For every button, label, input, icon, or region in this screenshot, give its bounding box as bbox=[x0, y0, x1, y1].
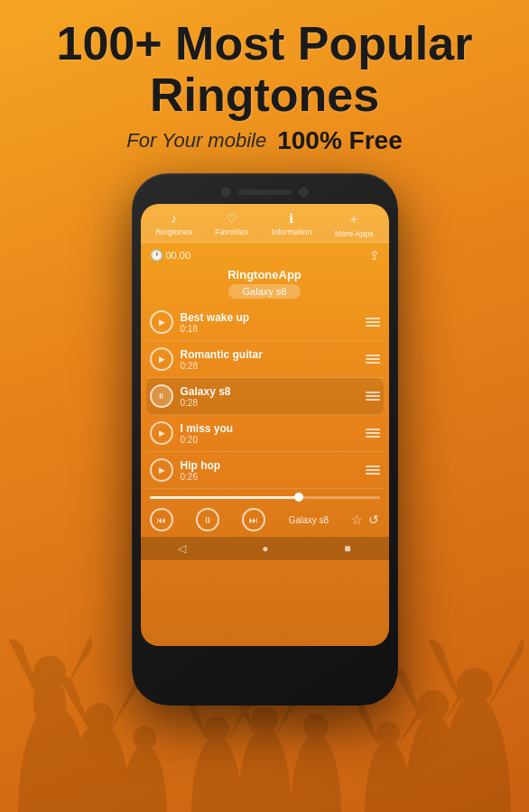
menu-line bbox=[366, 321, 380, 323]
play-button-5[interactable]: ▶ bbox=[150, 458, 173, 482]
svg-point-5 bbox=[439, 695, 511, 812]
play-button-2[interactable]: ▶ bbox=[150, 347, 173, 371]
play-button-4[interactable]: ▶ bbox=[150, 421, 173, 445]
ringtone-list: ▶ Best wake up 0:18 ▶ bbox=[141, 304, 389, 489]
favorite-icon[interactable]: ☆ bbox=[351, 512, 363, 527]
menu-line bbox=[366, 355, 380, 356]
ringtone-info-5: Hip hop 0:26 bbox=[181, 459, 358, 482]
menu-lines-2[interactable] bbox=[366, 355, 380, 364]
now-playing-label: Galaxy s8 bbox=[289, 515, 329, 525]
ringtone-name-1: Best wake up bbox=[181, 311, 358, 324]
android-recents-button[interactable]: ■ bbox=[344, 542, 350, 555]
menu-line bbox=[366, 325, 380, 327]
nav-ringtones[interactable]: ♪ Ringtones bbox=[155, 211, 192, 238]
subtitle-free: 100% Free bbox=[277, 126, 403, 155]
app-title-section: RingtoneApp Galaxy s8 bbox=[141, 266, 389, 304]
player-controls: ⏮ ⏸ ⏭ Galaxy s8 ☆ ↺ bbox=[141, 503, 389, 537]
menu-line bbox=[366, 473, 380, 475]
ringtone-name-2: Romantic guitar bbox=[181, 348, 358, 361]
ringtone-duration-4: 0:20 bbox=[181, 435, 358, 445]
ringtone-item: ▶ Hip hop 0:26 bbox=[146, 452, 384, 489]
svg-point-4 bbox=[85, 703, 114, 732]
svg-point-15 bbox=[122, 744, 167, 812]
menu-lines-3[interactable] bbox=[366, 392, 380, 401]
rewind-button[interactable]: ⏮ bbox=[150, 508, 173, 531]
svg-point-16 bbox=[133, 726, 156, 750]
player-right-icons: ☆ ↺ bbox=[351, 512, 379, 527]
nav-information[interactable]: ℹ Information bbox=[271, 211, 311, 238]
svg-point-12 bbox=[303, 714, 329, 739]
screen-header: 🕐 00.00 ⇪ bbox=[141, 243, 389, 266]
phone-screen: ♪ Ringtones ♡ Favorites ℹ Information ＋ … bbox=[141, 204, 389, 646]
pause-icon-3: ⏸ bbox=[157, 392, 166, 401]
favorites-icon: ♡ bbox=[226, 211, 237, 226]
svg-point-11 bbox=[291, 733, 341, 812]
menu-lines-1[interactable] bbox=[366, 318, 380, 327]
play-icon-5: ▶ bbox=[159, 466, 165, 475]
android-back-button[interactable]: ◁ bbox=[178, 542, 186, 555]
play-button-1[interactable]: ▶ bbox=[150, 310, 173, 334]
header-area: 100+ Most Popular Ringtones For Your mob… bbox=[0, 0, 529, 164]
ringtone-info-3: Galaxy s8 0:28 bbox=[181, 385, 358, 408]
timer-icon: 🕐 bbox=[150, 249, 163, 262]
play-icon-4: ▶ bbox=[159, 429, 165, 438]
nav-favorites[interactable]: ♡ Favorites bbox=[215, 211, 248, 238]
menu-line bbox=[366, 318, 380, 319]
phone-device: ♪ Ringtones ♡ Favorites ℹ Information ＋ … bbox=[132, 173, 398, 706]
ringtone-name-4: I miss you bbox=[181, 422, 358, 435]
ringtones-icon: ♪ bbox=[171, 211, 177, 226]
information-label: Information bbox=[271, 227, 311, 236]
ringtone-duration-1: 0:18 bbox=[181, 324, 358, 334]
information-icon: ℹ bbox=[289, 211, 293, 226]
svg-point-7 bbox=[404, 713, 462, 812]
svg-point-14 bbox=[204, 716, 229, 742]
ringtone-info-4: I miss you 0:20 bbox=[181, 422, 358, 445]
menu-line bbox=[366, 358, 380, 360]
favorites-label: Favorites bbox=[215, 227, 248, 236]
more-apps-icon: ＋ bbox=[348, 211, 360, 227]
ringtone-item-active: ⏸ Galaxy s8 0:28 bbox=[146, 378, 384, 415]
menu-line bbox=[366, 432, 380, 434]
ringtone-item: ▶ Best wake up 0:18 bbox=[146, 304, 384, 341]
subtitle-mobile: For Your mobile bbox=[126, 129, 266, 152]
app-name: RingtoneApp bbox=[141, 268, 389, 281]
ringtone-duration-3: 0:28 bbox=[181, 398, 358, 408]
menu-line bbox=[366, 392, 380, 393]
forward-button[interactable]: ⏭ bbox=[242, 508, 265, 531]
menu-line bbox=[366, 466, 380, 467]
ringtone-name-3: Galaxy s8 bbox=[181, 385, 358, 398]
menu-lines-5[interactable] bbox=[366, 466, 380, 475]
phone-camera bbox=[221, 188, 230, 197]
svg-point-0 bbox=[18, 704, 90, 812]
menu-line bbox=[366, 362, 380, 364]
play-icon-2: ▶ bbox=[159, 355, 165, 364]
svg-point-3 bbox=[68, 722, 131, 812]
ringtone-item: ▶ Romantic guitar 0:28 bbox=[146, 341, 384, 378]
ringtone-duration-5: 0:26 bbox=[181, 472, 358, 482]
device-badge: Galaxy s8 bbox=[228, 284, 302, 299]
nav-more-apps[interactable]: ＋ More Apps bbox=[335, 211, 374, 238]
menu-line bbox=[366, 469, 380, 471]
phone-top-bar bbox=[141, 188, 389, 197]
timer-value: 00.00 bbox=[166, 250, 191, 261]
share-icon[interactable]: ⇪ bbox=[369, 248, 380, 263]
progress-thumb[interactable] bbox=[294, 493, 303, 502]
timer-display: 🕐 00.00 bbox=[150, 249, 191, 262]
play-icon-1: ▶ bbox=[159, 318, 165, 327]
svg-point-17 bbox=[365, 740, 412, 812]
ringtone-item: ▶ I miss you 0:20 bbox=[146, 415, 384, 452]
android-home-button[interactable]: ● bbox=[262, 542, 268, 555]
menu-lines-4[interactable] bbox=[366, 429, 380, 438]
pause-button-player[interactable]: ⏸ bbox=[196, 508, 219, 531]
svg-point-9 bbox=[237, 726, 292, 812]
svg-point-18 bbox=[376, 722, 400, 745]
progress-fill bbox=[150, 496, 300, 499]
progress-track[interactable] bbox=[150, 496, 380, 499]
main-title: 100+ Most Popular Ringtones bbox=[18, 18, 511, 121]
pause-button-3[interactable]: ⏸ bbox=[150, 384, 173, 408]
sleep-timer-icon[interactable]: ↺ bbox=[368, 512, 379, 527]
menu-line bbox=[366, 429, 380, 430]
phone-wrapper: ♪ Ringtones ♡ Favorites ℹ Information ＋ … bbox=[0, 173, 529, 706]
svg-point-10 bbox=[251, 706, 278, 734]
title-line2: Ringtones bbox=[150, 69, 379, 121]
